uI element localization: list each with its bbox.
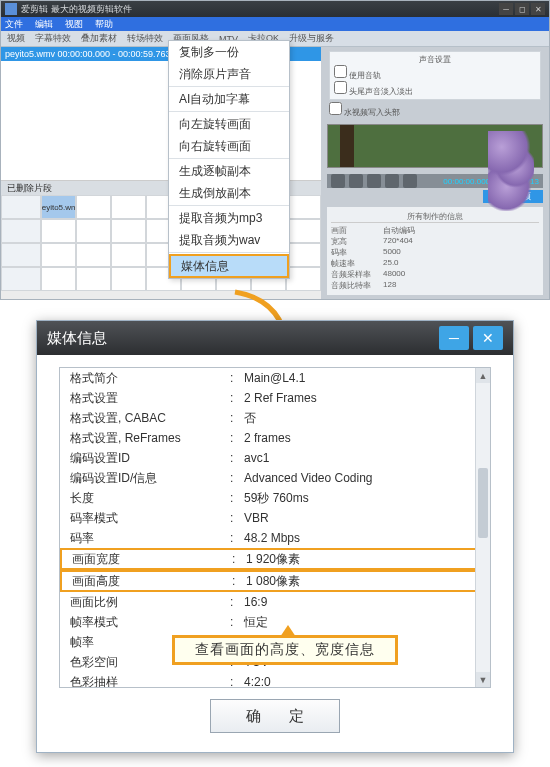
timeline-slot[interactable] bbox=[76, 243, 111, 267]
timeline-slot[interactable] bbox=[111, 243, 146, 267]
tab-transition[interactable]: 转场特效 bbox=[127, 32, 163, 45]
dialog-titlebar[interactable]: 媒体信息 ─ ✕ bbox=[37, 321, 513, 355]
audio-group-label: 声音设置 bbox=[334, 54, 536, 65]
timeline-rowhead bbox=[1, 267, 41, 291]
chk-usetrack[interactable] bbox=[334, 65, 347, 78]
scroll-down-icon[interactable]: ▼ bbox=[476, 672, 490, 687]
property-key: 码率 bbox=[70, 530, 230, 547]
tab-subtitle[interactable]: 字幕特效 bbox=[35, 32, 71, 45]
timeline-slot[interactable] bbox=[111, 195, 146, 219]
scroll-up-icon[interactable]: ▲ bbox=[476, 368, 490, 383]
property-row[interactable]: 格式简介:Main@L4.1 bbox=[60, 368, 490, 388]
chk-fade[interactable] bbox=[334, 81, 347, 94]
out-v3: 25.0 bbox=[383, 258, 399, 269]
timeline-rowhead bbox=[1, 195, 41, 219]
menu-item[interactable]: 生成倒放副本 bbox=[169, 182, 289, 204]
menu-separator bbox=[169, 252, 289, 253]
menu-item[interactable]: 消除原片声音 bbox=[169, 63, 289, 85]
property-row[interactable]: 画面比例:16:9 bbox=[60, 592, 490, 612]
property-row[interactable]: 格式设置, ReFrames:2 frames bbox=[60, 428, 490, 448]
property-value: 48.2 Mbps bbox=[244, 531, 480, 545]
property-row[interactable]: 格式设置, CABAC:否 bbox=[60, 408, 490, 428]
timeline-slot[interactable] bbox=[111, 267, 146, 291]
property-row[interactable]: 色彩抽样:4:2:0 bbox=[60, 672, 490, 688]
property-value: 1 920像素 bbox=[246, 551, 478, 568]
menu-help[interactable]: 帮助 bbox=[95, 18, 113, 31]
property-row[interactable]: 画面高度:1 080像素 bbox=[60, 570, 490, 592]
property-key: 色彩抽样 bbox=[70, 674, 230, 689]
chk-header[interactable] bbox=[329, 102, 342, 115]
out-v2: 5000 bbox=[383, 247, 401, 258]
property-row[interactable]: 编码设置ID:avc1 bbox=[60, 448, 490, 468]
timeline-slot[interactable] bbox=[286, 267, 321, 291]
property-row[interactable]: 长度:59秒 760ms bbox=[60, 488, 490, 508]
window-close-icon[interactable]: ✕ bbox=[531, 3, 545, 15]
menu-item[interactable]: 媒体信息 bbox=[169, 254, 289, 278]
stop-button[interactable] bbox=[349, 174, 363, 188]
menu-item[interactable]: AI自动加字幕 bbox=[169, 88, 289, 110]
window-min-icon[interactable]: ─ bbox=[499, 3, 513, 15]
menu-separator bbox=[169, 86, 289, 87]
timeline-slot[interactable] bbox=[41, 219, 76, 243]
property-row[interactable]: 编码设置ID/信息:Advanced Video Coding bbox=[60, 468, 490, 488]
preview-video[interactable] bbox=[327, 124, 543, 168]
timeline-clip[interactable]: peyito5.wmv bbox=[41, 195, 76, 219]
dialog-title: 媒体信息 bbox=[47, 329, 435, 348]
colon: : bbox=[230, 595, 244, 609]
dialog-minimize-button[interactable]: ─ bbox=[439, 326, 469, 350]
timeline-slot[interactable] bbox=[111, 219, 146, 243]
property-row[interactable]: 码率模式:VBR bbox=[60, 508, 490, 528]
tab-video[interactable]: 视频 bbox=[7, 32, 25, 45]
menu-file[interactable]: 文件 bbox=[5, 18, 23, 31]
property-value: Main@L4.1 bbox=[244, 371, 480, 385]
timeline-slot[interactable] bbox=[286, 243, 321, 267]
menu-item[interactable]: 生成逐帧副本 bbox=[169, 160, 289, 182]
menu-item[interactable]: 向左旋转画面 bbox=[169, 113, 289, 135]
menu-item[interactable]: 提取音频为mp3 bbox=[169, 207, 289, 229]
timeline-slot[interactable] bbox=[286, 219, 321, 243]
colon: : bbox=[230, 511, 244, 525]
property-row[interactable]: 格式设置:2 Ref Frames bbox=[60, 388, 490, 408]
colon: : bbox=[230, 615, 244, 629]
output-info-panel: 所有制作的信息 画面自动编码 宽高720*404 码率5000 帧速率25.0 … bbox=[327, 207, 543, 295]
window-max-icon[interactable]: ◻ bbox=[515, 3, 529, 15]
colon: : bbox=[230, 675, 244, 688]
property-value: 2 frames bbox=[244, 431, 480, 445]
tab-overlay[interactable]: 叠加素材 bbox=[81, 32, 117, 45]
timeline-slot[interactable] bbox=[286, 195, 321, 219]
dialog-close-button[interactable]: ✕ bbox=[473, 326, 503, 350]
menu-item[interactable]: 向右旋转画面 bbox=[169, 135, 289, 157]
timeline-slot[interactable] bbox=[76, 195, 111, 219]
menu-item[interactable]: 提取音频为wav bbox=[169, 229, 289, 251]
menu-separator bbox=[169, 158, 289, 159]
app-logo-icon bbox=[5, 3, 17, 15]
colon: : bbox=[230, 451, 244, 465]
property-key: 编码设置ID/信息 bbox=[70, 470, 230, 487]
timeline-slot[interactable] bbox=[41, 243, 76, 267]
scrollbar[interactable]: ▲ ▼ bbox=[475, 368, 490, 687]
property-list[interactable]: 格式简介:Main@L4.1格式设置:2 Ref Frames格式设置, CAB… bbox=[59, 367, 491, 688]
property-value: 1 080像素 bbox=[246, 573, 478, 590]
property-row[interactable]: 画面宽度:1 920像素 bbox=[60, 548, 490, 570]
ok-button[interactable]: 确 定 bbox=[210, 699, 340, 733]
colon: : bbox=[232, 574, 246, 588]
timeline-rowhead bbox=[1, 219, 41, 243]
volume-button[interactable] bbox=[403, 174, 417, 188]
menu-view[interactable]: 视图 bbox=[65, 18, 83, 31]
timeline-slot[interactable] bbox=[76, 219, 111, 243]
timeline-slot[interactable] bbox=[41, 267, 76, 291]
property-key: 格式设置 bbox=[70, 390, 230, 407]
out-k4: 音频采样率 bbox=[331, 269, 383, 280]
property-row[interactable]: 码率:48.2 Mbps bbox=[60, 528, 490, 548]
menu-edit[interactable]: 编辑 bbox=[35, 18, 53, 31]
timeline-slot[interactable] bbox=[76, 267, 111, 291]
play-button[interactable] bbox=[331, 174, 345, 188]
tab-service[interactable]: 升级与服务 bbox=[289, 32, 334, 45]
property-row[interactable]: 帧率模式:恒定 bbox=[60, 612, 490, 632]
next-frame-button[interactable] bbox=[385, 174, 399, 188]
menu-item[interactable]: 复制多一份 bbox=[169, 41, 289, 63]
right-pane: 声音设置 使用音轨 头尾声音淡入淡出 水视频写入头部 00:00:00.000 … bbox=[321, 47, 549, 299]
scroll-thumb[interactable] bbox=[478, 468, 488, 538]
property-key: 格式设置, CABAC bbox=[70, 410, 230, 427]
prev-frame-button[interactable] bbox=[367, 174, 381, 188]
